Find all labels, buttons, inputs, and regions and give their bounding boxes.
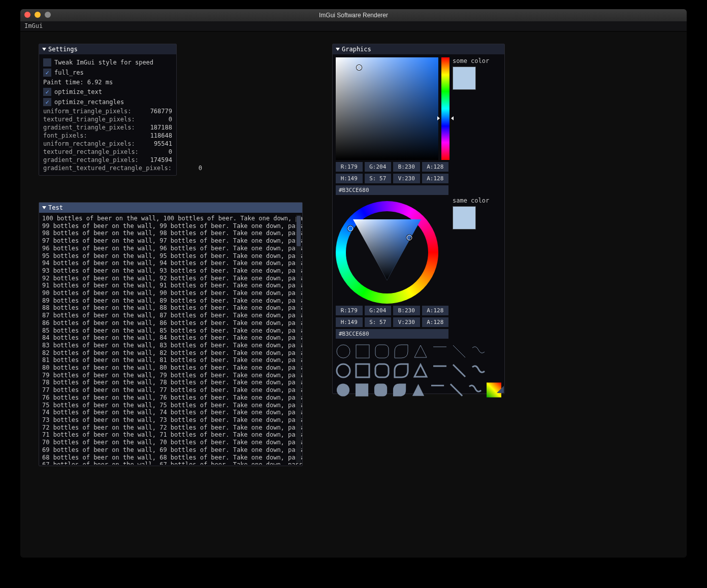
- stat-row: gradient_triangle_pixels:187188: [43, 123, 172, 132]
- color1-h[interactable]: H:149: [336, 174, 363, 183]
- checkbox-tweak-style[interactable]: [43, 58, 51, 67]
- square-icon: [355, 344, 370, 359]
- color1-r[interactable]: R:179: [336, 162, 363, 172]
- color2-a2[interactable]: A:128: [422, 317, 449, 327]
- graphics-title: Graphics: [342, 46, 371, 53]
- stat-value: 174594: [142, 156, 172, 164]
- color1-a2[interactable]: A:128: [422, 174, 449, 183]
- color2-v[interactable]: V:230: [393, 317, 420, 327]
- graphics-body: some color R:179 G:204 B:230 A:128 H:149…: [333, 54, 504, 402]
- color1-s[interactable]: S: 57: [365, 174, 392, 183]
- blob-icon: [394, 363, 409, 378]
- svg-marker-1: [353, 219, 421, 280]
- test-line: 79 bottles of beer on the wall, 79 bottl…: [42, 372, 299, 379]
- test-line: 99 bottles of beer on the wall, 99 bottl…: [42, 222, 299, 230]
- stats-list: uniform_triangle_pixels:768779textured_t…: [43, 107, 172, 172]
- color2-a[interactable]: A:128: [422, 306, 449, 315]
- svg-line-7: [453, 345, 465, 357]
- resize-grip[interactable]: [497, 386, 504, 393]
- color2-hex[interactable]: #B3CCE680: [336, 329, 448, 339]
- checkbox-optimize-rectangles[interactable]: [43, 98, 51, 106]
- color2-swatch[interactable]: [453, 206, 476, 230]
- sv-picker[interactable]: [336, 57, 438, 160]
- sv-triangle[interactable]: [353, 219, 421, 280]
- traffic-lights: [24, 12, 51, 18]
- square-icon: [355, 382, 369, 398]
- graphics-window[interactable]: Graphics some color R:: [332, 44, 505, 394]
- test-line: 96 bottles of beer on the wall, 96 bottl…: [42, 245, 299, 252]
- checkbox-full-res[interactable]: [43, 69, 51, 77]
- test-window[interactable]: Test 100 bottles of beer on the wall, 10…: [39, 202, 303, 466]
- svg-rect-3: [356, 345, 369, 358]
- stat-label: textured_rectangle_pixels:: [43, 148, 139, 155]
- test-line: 98 bottles of beer on the wall, 98 bottl…: [42, 230, 299, 237]
- color1-swatch[interactable]: [453, 67, 476, 90]
- titlebar[interactable]: ImGui Software Renderer: [20, 9, 687, 21]
- shape-grid: [336, 343, 501, 399]
- stat-value: 95541: [142, 140, 172, 147]
- svg-rect-16: [374, 383, 387, 396]
- rounded-square-icon: [374, 344, 390, 359]
- test-line: 84 bottles of beer on the wall, 84 bottl…: [42, 334, 299, 342]
- stat-value: 768779: [142, 108, 172, 115]
- collapse-icon[interactable]: [336, 48, 340, 51]
- test-scrollbar-thumb[interactable]: [297, 216, 301, 246]
- stat-value: 187188: [142, 124, 172, 131]
- svg-point-14: [337, 383, 349, 396]
- test-line: 90 bottles of beer on the wall, 90 bottl…: [42, 289, 299, 297]
- settings-titlebar[interactable]: Settings: [39, 44, 176, 54]
- stat-label: gradient_textured_rectangle_pixels:: [43, 165, 172, 172]
- triangle-cursor[interactable]: [407, 235, 412, 241]
- zoom-icon[interactable]: [45, 12, 51, 18]
- stat-label: uniform_rectangle_pixels:: [43, 140, 135, 147]
- shape-row: [336, 343, 501, 360]
- shape-row: [336, 362, 501, 379]
- stat-value: 0: [142, 116, 172, 123]
- hline-icon: [430, 382, 445, 398]
- circle-icon: [336, 344, 351, 359]
- svg-point-2: [337, 345, 350, 358]
- test-line: 93 bottles of beer on the wall, 93 bottl…: [42, 267, 299, 275]
- menu-item-imgui[interactable]: ImGui: [24, 22, 43, 29]
- color1-a[interactable]: A:128: [422, 162, 449, 172]
- close-icon[interactable]: [24, 12, 30, 18]
- color1-b[interactable]: B:230: [393, 162, 420, 172]
- hline-icon: [432, 363, 447, 378]
- test-line: 74 bottles of beer on the wall, 74 bottl…: [42, 409, 299, 416]
- hue-cursor[interactable]: [440, 118, 451, 119]
- color1-v[interactable]: V:230: [393, 174, 420, 183]
- color2-s[interactable]: S: 57: [365, 317, 392, 327]
- hline-icon: [432, 344, 447, 359]
- test-titlebar[interactable]: Test: [39, 203, 302, 213]
- hue-wheel[interactable]: [336, 201, 438, 304]
- test-line: 78 bottles of beer on the wall, 78 bottl…: [42, 379, 299, 386]
- svg-line-19: [451, 384, 462, 396]
- color1-g[interactable]: G:204: [365, 162, 392, 172]
- rounded-square-icon: [373, 382, 388, 398]
- checkbox-optimize-text[interactable]: [43, 88, 51, 96]
- squiggle-icon: [471, 344, 486, 359]
- hue-slider[interactable]: [441, 57, 449, 160]
- settings-body: Tweak ImGui style for speed full_res Pai…: [39, 54, 176, 175]
- app-window: ImGui Software Renderer ImGui Settings T…: [20, 9, 687, 558]
- sv-cursor[interactable]: [357, 65, 362, 70]
- color2-h[interactable]: H:149: [336, 317, 363, 327]
- collapse-icon[interactable]: [42, 48, 46, 51]
- stat-row: uniform_triangle_pixels:768779: [43, 107, 172, 115]
- triangle-icon: [411, 382, 426, 398]
- color1-hex[interactable]: #B3CCE680: [336, 185, 448, 195]
- settings-window[interactable]: Settings Tweak ImGui style for speed ful…: [39, 44, 177, 176]
- minimize-icon[interactable]: [35, 12, 41, 18]
- window-title: ImGui Software Renderer: [319, 12, 388, 19]
- graphics-titlebar[interactable]: Graphics: [333, 44, 504, 54]
- color2-g[interactable]: G:204: [365, 306, 392, 315]
- checkbox-tweak-style-label: Tweak ImGui style for speed: [54, 59, 153, 66]
- color2-r[interactable]: R:179: [336, 306, 363, 315]
- wheel-cursor[interactable]: [348, 226, 354, 232]
- color2-b[interactable]: B:230: [393, 306, 420, 315]
- test-title: Test: [48, 204, 63, 211]
- square-icon: [355, 363, 370, 378]
- diag-line-icon: [449, 382, 464, 398]
- test-scrollbar[interactable]: [296, 215, 301, 463]
- collapse-icon[interactable]: [42, 206, 46, 209]
